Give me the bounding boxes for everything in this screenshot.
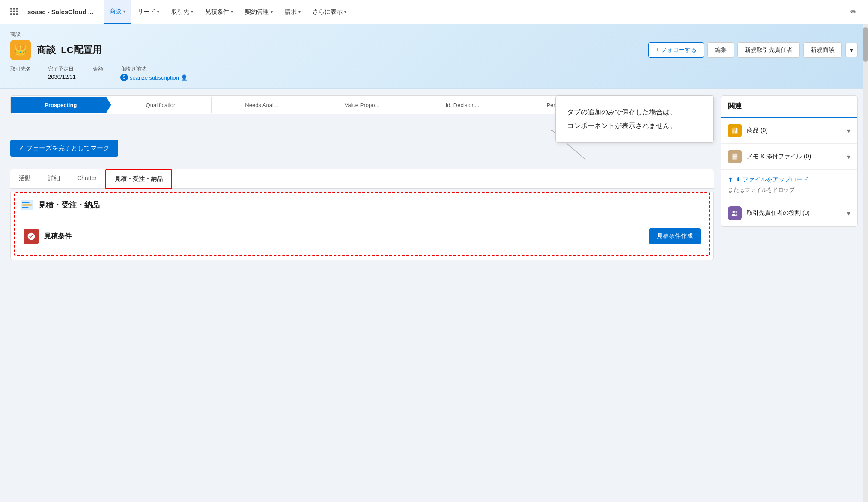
svg-rect-16 (733, 130, 734, 133)
nav-item-torihiki[interactable]: 取引先 ▾ (165, 0, 199, 24)
stage-area: Prospecting Qualification Needs Anal... … (10, 95, 714, 114)
chevron-down-icon: ▾ (298, 9, 301, 14)
upload-link[interactable]: ⬆ ⬆ ファイルをアップロード (728, 176, 850, 184)
edit-icon[interactable]: ✏ (846, 4, 861, 20)
related-panel: 関連 商品 (0) (721, 95, 858, 227)
meta-kingaku: 金額 (93, 65, 103, 81)
tooltip-line1: タブの追加のみで保存した場合は、 (567, 105, 702, 119)
svg-rect-21 (733, 155, 737, 156)
tab-shousai[interactable]: 詳細 (39, 169, 69, 188)
related-item-label: 取引先責任者の役割 (0) (747, 209, 810, 217)
sub-section-mitsumori: 見積条件 見積条件作成 (20, 222, 704, 250)
svg-rect-0 (10, 8, 12, 9)
tooltip-card: タブの追加のみで保存した場合は、 コンポーネントが表示されません。 (555, 95, 714, 143)
svg-rect-7 (13, 13, 15, 15)
header-meta: 取引先名 完了予定日 2030/12/31 金額 商談 所有者 S soariz… (10, 65, 858, 81)
nav-item-keiyaku[interactable]: 契約管理 ▾ (239, 0, 279, 24)
related-icon-memo (728, 150, 742, 163)
nav-item-more[interactable]: さらに表示 ▾ (307, 0, 352, 24)
stage-id-decision[interactable]: Id. Decision... (412, 97, 513, 113)
app-name: soasc - SalesCloud ... (27, 8, 93, 15)
meta-kanryo: 完了予定日 2030/12/31 (48, 65, 76, 81)
svg-rect-17 (734, 129, 734, 133)
tab-content: 見積・受注・納品 見積条件 見積条件作成 (10, 192, 714, 260)
nav-item-lead[interactable]: リード ▾ (131, 0, 165, 24)
related-item-left: 商品 (0) (728, 124, 768, 137)
stage-prospecting[interactable]: Prospecting (11, 97, 111, 113)
nav-item-label: 見積条件 (205, 8, 229, 16)
follow-button[interactable]: + フォローする (648, 42, 704, 58)
related-item-memo: メモ & 添付ファイル (0) ▾ (721, 144, 857, 170)
main-content: Prospecting Qualification Needs Anal... … (0, 89, 868, 388)
related-item-label: メモ & 添付ファイル (0) (747, 153, 811, 160)
new-contact-button[interactable]: 新規取引先責任者 (737, 42, 800, 58)
more-actions-button[interactable]: ▾ (845, 43, 858, 57)
right-panel: 関連 商品 (0) (721, 95, 858, 381)
grid-icon[interactable] (7, 4, 22, 20)
chevron-down-icon[interactable]: ▾ (847, 127, 850, 135)
svg-rect-2 (16, 8, 18, 9)
nav-items: 商談 ▾ リード ▾ 取引先 ▾ 見積条件 ▾ 契約管理 ▾ 請求 ▾ (104, 0, 846, 24)
svg-rect-1 (13, 8, 15, 9)
nav-item-label: 商談 (110, 8, 122, 15)
svg-rect-19 (736, 128, 737, 133)
top-nav: soasc - SalesCloud ... 商談 ▾ リード ▾ 取引先 ▾ … (0, 0, 868, 24)
sub-section-label: 見積条件 (44, 232, 72, 241)
nav-item-label: さらに表示 (313, 8, 343, 16)
related-icon-shohin (728, 124, 742, 137)
page-title: 商談_LC配置用 (37, 44, 102, 56)
page-header: 商談 👑 商談_LC配置用 + フォローする 編集 新規取引先責任者 新規商談 … (0, 24, 868, 89)
svg-rect-3 (10, 10, 12, 12)
stage-qualification[interactable]: Qualification (111, 97, 212, 113)
tab-chatter[interactable]: Chatter (69, 169, 105, 188)
meta-label: 商談 所有者 (120, 65, 188, 73)
svg-rect-18 (735, 131, 736, 133)
meta-label: 完了予定日 (48, 65, 76, 73)
chevron-down-icon: ▾ (344, 9, 346, 14)
svg-rect-5 (16, 10, 18, 12)
sub-section-icon (24, 229, 39, 244)
stage-needs-anal[interactable]: Needs Anal... (212, 97, 312, 113)
mark-complete-button[interactable]: ✓ フェーズを完了としてマーク (10, 140, 118, 157)
related-item-torihiki: 取引先責任者の役割 (0) ▾ (721, 200, 857, 226)
svg-rect-23 (733, 158, 736, 159)
left-panel: Prospecting Qualification Needs Anal... … (10, 95, 714, 381)
svg-rect-22 (733, 156, 737, 157)
related-item-left: メモ & 添付ファイル (0) (728, 150, 811, 163)
record-icon: 👑 (10, 40, 31, 60)
edit-button[interactable]: 編集 (707, 42, 734, 58)
scrollbar-track[interactable] (863, 24, 868, 502)
new-opportunity-button[interactable]: 新規商談 (803, 42, 842, 58)
scrollbar-thumb[interactable] (863, 27, 868, 62)
breadcrumb: 商談 (10, 31, 858, 38)
nav-item-mitsumori[interactable]: 見積条件 ▾ (199, 0, 239, 24)
section-title: 見積・受注・納品 (38, 200, 100, 210)
chevron-down-icon: ▾ (157, 9, 159, 14)
meta-value: 2030/12/31 (48, 74, 76, 80)
svg-rect-6 (10, 13, 12, 15)
related-icon-torihiki (728, 206, 742, 220)
svg-rect-8 (16, 13, 18, 15)
related-title: 関連 (721, 96, 857, 118)
meta-label: 取引先名 (10, 65, 31, 73)
upload-icon: ⬆ (728, 176, 733, 183)
chevron-down-icon[interactable]: ▾ (847, 209, 850, 217)
nav-item-shoodan[interactable]: 商談 ▾ (104, 0, 131, 24)
chevron-down-icon[interactable]: ▾ (847, 153, 850, 161)
chevron-down-icon: ▾ (231, 9, 233, 14)
svg-point-24 (733, 211, 735, 213)
upload-area: ⬆ ⬆ ファイルをアップロード またはファイルをドロップ (721, 170, 857, 200)
create-quote-button[interactable]: 見積条件作成 (649, 228, 701, 244)
tab-katsudo[interactable]: 活動 (10, 169, 39, 188)
stage-value-propo[interactable]: Value Propo... (312, 97, 413, 113)
svg-point-25 (735, 211, 737, 213)
related-item-left: 取引先責任者の役割 (0) (728, 206, 810, 220)
meta-label: 金額 (93, 65, 103, 73)
tab-mitsumori[interactable]: 見積・受注・納品 (105, 169, 172, 189)
nav-item-seikyuu[interactable]: 請求 ▾ (279, 0, 307, 24)
meta-owner-link[interactable]: S soarize subscription 👤 (120, 74, 188, 81)
owner-avatar: S (120, 74, 128, 81)
owner-name: soarize subscription (130, 74, 179, 81)
nav-item-label: リード (137, 8, 155, 16)
tabs-bar: 活動 詳細 Chatter 見積・受注・納品 (10, 169, 714, 189)
